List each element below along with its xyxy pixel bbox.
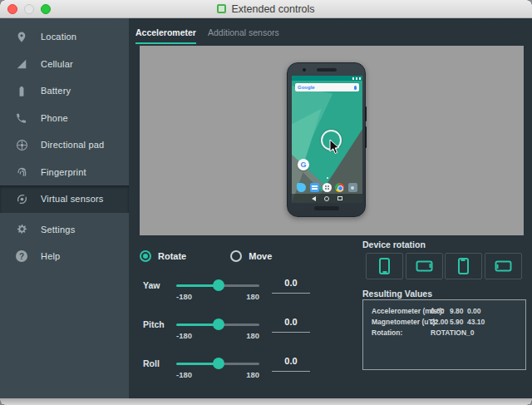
mouse-cursor-icon bbox=[329, 139, 340, 158]
sidebar-item-virtual-sensors[interactable]: Virtual sensors bbox=[0, 185, 129, 213]
close-button[interactable] bbox=[7, 4, 17, 14]
sidebar-item-label: Battery bbox=[41, 86, 71, 96]
reverse-landscape-phone-icon bbox=[495, 261, 511, 272]
help-icon: ? bbox=[15, 249, 28, 263]
roll-value-field[interactable]: 0.0 bbox=[272, 356, 310, 366]
sidebar-item-directional-pad[interactable]: Directional pad bbox=[0, 131, 129, 159]
device-rotation-label: Device rotation bbox=[362, 240, 426, 249]
zoom-button[interactable] bbox=[41, 4, 51, 14]
gear-icon bbox=[15, 223, 28, 236]
emulator-app-icon bbox=[217, 4, 226, 13]
roll-max-label: 180 bbox=[239, 370, 259, 379]
sidebar-item-label: Phone bbox=[41, 113, 68, 123]
roll-label: Roll bbox=[143, 358, 160, 368]
dpad-icon bbox=[15, 138, 28, 151]
pitch-max-label: 180 bbox=[239, 331, 259, 340]
home-icon bbox=[324, 196, 329, 201]
google-search-label: Google bbox=[298, 85, 315, 90]
window-title: Extended controls bbox=[231, 3, 314, 15]
sidebar-item-label: Settings bbox=[41, 225, 75, 235]
bottom-speaker bbox=[314, 206, 339, 210]
google-app-icon: G bbox=[298, 159, 309, 170]
chrome-app-icon bbox=[335, 183, 344, 192]
earpiece-speaker bbox=[317, 68, 337, 72]
sidebar-item-fingerprint[interactable]: Fingerprint bbox=[0, 159, 129, 186]
sidebar-item-battery[interactable]: Battery bbox=[0, 77, 129, 105]
reverse-portrait-phone-icon bbox=[458, 258, 469, 274]
cellular-signal-icon bbox=[15, 57, 28, 71]
sidebar-item-settings[interactable]: Settings bbox=[0, 216, 129, 244]
move-radio[interactable] bbox=[230, 250, 242, 262]
magnetometer-row-label: Magnetometer (uT): bbox=[372, 317, 431, 328]
minimize-button[interactable] bbox=[24, 4, 34, 14]
sidebar-item-help[interactable]: ? Help bbox=[0, 243, 129, 270]
resulting-values-label: Resulting Values bbox=[362, 289, 432, 299]
location-pin-icon bbox=[15, 30, 28, 43]
sidebar-item-label: Virtual sensors bbox=[41, 194, 104, 204]
portrait-phone-icon bbox=[379, 258, 390, 274]
status-icons bbox=[352, 77, 362, 80]
accelerometer-values-row: Accelerometer (m/s²): 0.00 9.80 0.00 bbox=[372, 306, 525, 317]
recents-icon bbox=[337, 196, 342, 201]
tab-accelerometer[interactable]: Accelerometer bbox=[135, 27, 196, 44]
accelerometer-x-value: 0.00 bbox=[431, 306, 450, 317]
pitch-label: Pitch bbox=[143, 319, 165, 329]
sidebar-item-label: Cellular bbox=[41, 59, 73, 69]
rotation-reverse-portrait-button[interactable] bbox=[445, 253, 482, 279]
back-icon bbox=[312, 196, 316, 201]
rotation-portrait-button[interactable] bbox=[366, 253, 403, 279]
magnetometer-x-value: 22.00 bbox=[431, 317, 450, 328]
pitch-value-underline bbox=[272, 332, 310, 333]
sidebar-item-phone[interactable]: Phone bbox=[0, 105, 129, 132]
tab-additional-sensors[interactable]: Additional sensors bbox=[208, 27, 279, 44]
yaw-slider-knob[interactable] bbox=[213, 279, 224, 291]
app-dock bbox=[292, 181, 362, 194]
move-label: Move bbox=[249, 251, 272, 261]
rotate-radio[interactable] bbox=[140, 250, 151, 262]
magnetometer-y-value: 5.90 bbox=[450, 317, 467, 328]
device-rotation-buttons bbox=[366, 253, 524, 279]
roll-slider-knob[interactable] bbox=[213, 358, 224, 369]
camera-app-icon bbox=[348, 183, 357, 192]
sidebar-item-cellular[interactable]: Cellular bbox=[0, 51, 129, 78]
traffic-lights bbox=[7, 4, 51, 14]
rotation-row-label: Rotation: bbox=[372, 328, 431, 338]
window-bottom-edge bbox=[0, 398, 532, 405]
device-preview-panel: Google G bbox=[140, 46, 524, 235]
status-bar bbox=[292, 76, 362, 81]
magnetometer-values-row: Magnetometer (uT): 22.00 5.90 43.10 bbox=[372, 317, 525, 328]
yaw-min-label: -180 bbox=[176, 292, 192, 301]
resulting-values-box: Accelerometer (m/s²): 0.00 9.80 0.00 Mag… bbox=[362, 299, 526, 370]
pitch-min-label: -180 bbox=[176, 331, 192, 340]
phone-app-icon bbox=[297, 183, 306, 192]
volume-button bbox=[365, 126, 367, 148]
sidebar-item-label: Location bbox=[41, 32, 76, 42]
yaw-value-field[interactable]: 0.0 bbox=[272, 278, 310, 288]
power-button bbox=[365, 106, 367, 121]
mic-icon bbox=[354, 86, 357, 90]
yaw-label: Yaw bbox=[143, 280, 160, 290]
rotation-reverse-landscape-button[interactable] bbox=[485, 253, 522, 279]
landscape-phone-icon bbox=[416, 261, 432, 272]
roll-min-label: -180 bbox=[176, 370, 192, 379]
rotation-values-row: Rotation: ROTATION_0 bbox=[372, 328, 525, 338]
front-camera bbox=[303, 68, 306, 72]
phone-icon bbox=[15, 111, 28, 125]
roll-value-underline bbox=[272, 371, 310, 372]
pitch-slider-knob[interactable] bbox=[213, 319, 224, 330]
pitch-value-field[interactable]: 0.0 bbox=[272, 317, 310, 327]
rotation-landscape-button[interactable] bbox=[406, 253, 443, 279]
rotation-value: ROTATION_0 bbox=[431, 328, 450, 338]
yaw-value-underline bbox=[272, 293, 310, 294]
sidebar-item-location[interactable]: Location bbox=[0, 23, 129, 51]
sidebar-item-label: Directional pad bbox=[41, 140, 104, 150]
magnetometer-z-value: 43.10 bbox=[467, 317, 485, 328]
titlebar: Extended controls bbox=[0, 0, 532, 18]
accelerometer-row-label: Accelerometer (m/s²): bbox=[372, 306, 431, 317]
rotate-label: Rotate bbox=[158, 251, 186, 261]
sidebar-item-label: Fingerprint bbox=[41, 167, 86, 177]
extended-controls-window: Extended controls Location Cellular Batt… bbox=[0, 0, 532, 405]
accelerometer-z-value: 0.00 bbox=[467, 306, 481, 317]
virtual-sensors-icon bbox=[15, 192, 28, 205]
sidebar-item-label: Help bbox=[41, 251, 60, 261]
